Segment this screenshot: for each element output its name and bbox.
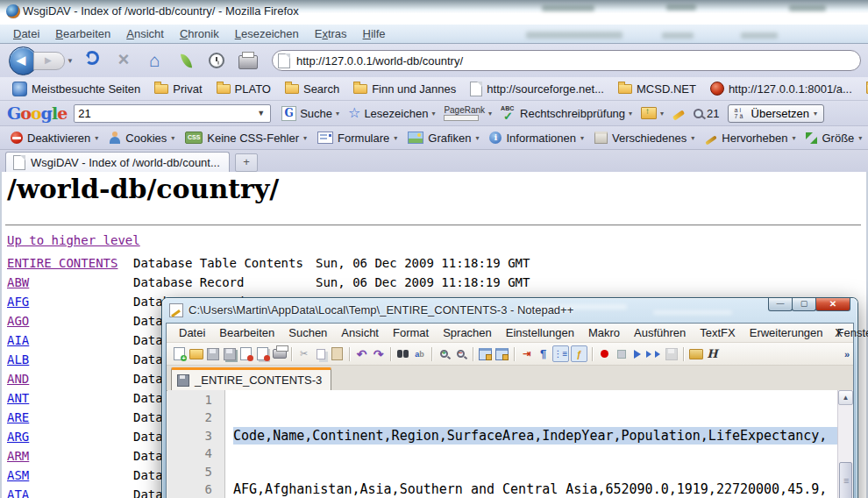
np-menu-format[interactable]: Format <box>386 326 436 339</box>
maximize-button[interactable]: ▢ <box>792 298 816 311</box>
undo-icon[interactable]: ↶ <box>354 346 369 361</box>
webdev-grafiken[interactable]: Grafiken▾ <box>402 130 484 146</box>
function-completion-icon[interactable]: ƒ <box>571 345 587 362</box>
np-menu-ausfuehren[interactable]: Ausführen <box>627 326 693 339</box>
entry-link[interactable]: ASM <box>7 468 29 482</box>
menu-hilfe[interactable]: Hilfe <box>355 25 394 42</box>
stop-button[interactable]: × <box>112 49 135 72</box>
menu-ansicht[interactable]: Ansicht <box>118 25 172 42</box>
webdev-groesse[interactable]: Größe▾ <box>800 130 867 146</box>
webdev-css[interactable]: CSSKeine CSS-Fehler▾ <box>180 130 312 146</box>
entry-link[interactable]: AIA <box>7 333 29 347</box>
np-menu-close-doc[interactable]: X <box>835 326 843 339</box>
translate-button[interactable]: a i7 äÜbersetzen▾ <box>728 104 825 123</box>
url-text[interactable]: http://127.0.0.1/world-db/country/ <box>296 54 463 68</box>
macro-save-icon[interactable] <box>664 346 679 361</box>
close-button[interactable]: ✕ <box>815 298 850 311</box>
history-button[interactable] <box>205 49 228 72</box>
url-bar[interactable]: http://127.0.0.1/world-db/country/ <box>272 50 861 71</box>
menu-extras[interactable]: Extras <box>307 25 355 42</box>
reload-button[interactable] <box>81 49 103 72</box>
close-doc-icon[interactable] <box>238 346 253 361</box>
google-suche-button[interactable]: GSuche▾ <box>277 104 344 123</box>
bookmark-meistbesuchte-seiten[interactable]: Meistbesuchte Seiten <box>7 80 146 98</box>
notepad-editor[interactable]: 123456 Code,Name,Continent,Region,Surfac… <box>167 390 852 498</box>
entry-link[interactable]: ANT <box>7 391 29 405</box>
editor-line[interactable]: AFG,Afghanistan,Asia,Southern and Centra… <box>233 480 852 498</box>
editor-vertical-scrollbar[interactable]: ▲ <box>837 390 853 498</box>
np-menu-bearbeiten[interactable]: Bearbeiten <box>212 326 281 339</box>
print-button[interactable] <box>237 49 260 72</box>
bookmark-finn-und-jannes[interactable]: Finn und Jannes <box>348 81 461 97</box>
webdev-deaktivieren[interactable]: Deaktivieren▾ <box>5 130 103 146</box>
entry-link[interactable]: ABW <box>7 275 29 289</box>
menu-chronik[interactable]: Chronik <box>172 25 227 42</box>
webdev-formulare[interactable]: Formulare▾ <box>312 130 402 146</box>
np-menu-einstellungen[interactable]: Einstellungen <box>499 326 581 339</box>
search-dropdown-caret-icon[interactable]: ▼ <box>257 109 265 117</box>
editor-text-area[interactable]: Code,Name,Continent,Region,SurfaceArea,I… <box>225 390 852 498</box>
word-wrap-icon[interactable]: ⇥ <box>519 346 534 361</box>
entry-link[interactable]: ARM <box>7 449 29 463</box>
toolbar-overflow-icon[interactable]: » <box>844 349 850 359</box>
macro-stop-icon[interactable] <box>614 346 629 361</box>
np-menu-datei[interactable]: Datei <box>172 326 212 339</box>
forward-button[interactable]: ▶ <box>33 52 65 70</box>
np-menu-textfx[interactable]: TextFX <box>693 326 742 339</box>
bookmark-tree-samples[interactable]: Tree Samples <box>861 81 868 97</box>
google-lesezeichen-button[interactable]: ☆Lesezeichen▾ <box>344 104 439 122</box>
copy-icon[interactable] <box>313 346 328 361</box>
np-menu-erweiterungen[interactable]: Erweiterungen <box>743 326 830 339</box>
new-file-icon[interactable]: + <box>172 346 187 361</box>
sync-scroll-v-icon[interactable] <box>478 346 493 361</box>
replace-icon[interactable]: ab <box>412 346 427 361</box>
document-tab[interactable]: _ENTIRE_CONTENTS-3 <box>171 367 331 390</box>
spellcheck-button[interactable]: ABC✓Rechtschreibprüfung▾ <box>496 104 637 122</box>
google-search-input[interactable] <box>74 104 271 123</box>
zoom-out-icon[interactable]: − <box>453 346 468 361</box>
entry-link[interactable]: AGO <box>7 314 29 328</box>
feed-reader-button[interactable] <box>174 49 197 72</box>
bookmark-sourceforge[interactable]: http://sourceforge.net... <box>465 80 609 98</box>
webdev-informationen[interactable]: iInformationen▾ <box>484 130 589 146</box>
pagerank-widget[interactable]: PageRank▾ <box>439 104 496 123</box>
webdev-hervorheben[interactable]: Hervorheben▾ <box>700 130 800 146</box>
bookmark-plato[interactable]: PLATO <box>211 81 276 97</box>
bookmark-privat[interactable]: Privat <box>149 81 207 97</box>
bookmark-mcsd-net[interactable]: MCSD.NET <box>613 81 701 97</box>
entry-link[interactable]: AND <box>7 372 29 386</box>
menu-datei[interactable]: Datei <box>5 25 47 42</box>
zoom-in-icon[interactable]: + <box>437 346 452 361</box>
macro-record-icon[interactable] <box>597 346 612 361</box>
np-menu-suchen[interactable]: Suchen <box>281 326 334 339</box>
highlighter-button[interactable] <box>668 108 689 119</box>
open-folder-icon[interactable] <box>189 346 203 361</box>
entry-link[interactable]: ENTIRE CONTENTS <box>7 256 117 270</box>
load-session-icon[interactable] <box>688 346 703 361</box>
print-icon[interactable] <box>272 346 287 361</box>
word-find-button[interactable]: 21 <box>689 105 723 122</box>
webdev-cookies[interactable]: Cookies▾ <box>103 130 180 146</box>
save-all-icon[interactable] <box>222 346 237 361</box>
entry-link[interactable]: ARG <box>7 430 29 444</box>
entry-link[interactable]: ATA <box>7 487 29 498</box>
menu-bearbeiten[interactable]: Bearbeiten <box>47 25 118 42</box>
scrollbar-thumb[interactable] <box>839 462 852 498</box>
home-button[interactable]: ⌂ <box>143 49 166 72</box>
bookmark-localhost-8001[interactable]: http://127.0.0.1:8001/a... <box>705 80 857 97</box>
np-menu-ansicht[interactable]: Ansicht <box>334 326 386 339</box>
show-all-chars-icon[interactable]: ¶ <box>536 346 551 361</box>
scroll-up-arrow-icon[interactable]: ▲ <box>838 390 853 405</box>
entry-link[interactable]: ALB <box>7 352 29 366</box>
indent-guides-icon[interactable]: ⋮≡ <box>552 345 569 362</box>
browser-tab[interactable]: WsgiDAV - Index of /world-db/count... <box>5 152 230 172</box>
np-menu-sprachen[interactable]: Sprachen <box>436 326 499 339</box>
save-icon[interactable] <box>205 346 220 361</box>
notepad-titlebar[interactable]: C:\Users\Martin\AppData\Local\Temp\_ENTI… <box>162 298 857 323</box>
entry-link[interactable]: AFG <box>7 295 29 309</box>
html-tag-icon[interactable]: H <box>705 346 720 361</box>
menu-lesezeichen[interactable]: Lesezeichen <box>227 25 307 42</box>
new-tab-button[interactable]: + <box>235 153 258 172</box>
history-dropdown-caret-icon[interactable]: ▼ <box>67 57 74 65</box>
editor-line[interactable]: Code,Name,Continent,Region,SurfaceArea,I… <box>233 427 852 445</box>
